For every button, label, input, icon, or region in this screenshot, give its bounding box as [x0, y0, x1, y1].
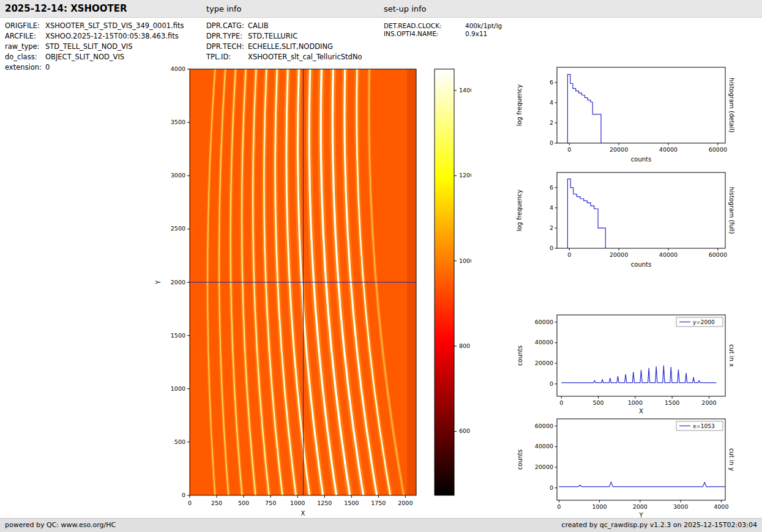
x-tick-label: 0 [559, 399, 563, 406]
legend-label: x=1053 [693, 423, 715, 429]
metadata-value: 0 [45, 63, 50, 72]
colorbar-tick-label: 1400 [459, 87, 471, 94]
cut-in-x-plot: 05001000150020000200004000060000Xcountsc… [514, 308, 762, 424]
colorbar-tick-label: 800 [459, 342, 470, 349]
y-tick-label: 20000 [535, 360, 553, 366]
metadata-label: raw_type: [5, 42, 45, 52]
y-tick-label: 2 [550, 119, 553, 126]
y-tick-label: 6 [550, 79, 553, 86]
metadata-row: DPR.TYPE:STD,TELLURIC [206, 31, 362, 42]
y-axis-label: counts [517, 449, 523, 470]
y-tick-label: 0 [550, 245, 553, 251]
x-tick-label: 0 [567, 251, 571, 258]
setup-info-block: DET.READ.CLOCK:400k/1pt/lg INS.OPTI4.NAM… [384, 22, 502, 38]
metadata-label: extension: [5, 62, 45, 73]
metadata-label: ORIGFILE: [5, 21, 45, 31]
y-tick-label: 3000 [171, 172, 185, 179]
metadata-value: ECHELLE,SLIT,NODDING [248, 42, 333, 51]
y-tick-label: 4 [550, 99, 553, 106]
y-tick-label: 20000 [535, 464, 553, 470]
x-tick-label: 1000 [628, 399, 643, 406]
x-axis-label: counts [631, 156, 651, 163]
plot-background [557, 419, 725, 500]
metadata-label: DET.READ.CLOCK: [384, 22, 465, 30]
x-tick-label: 40000 [659, 146, 678, 153]
metadata-row: ORIGFILE:XSHOOTER_SLT_STD_VIS_349_0001.f… [5, 21, 184, 31]
plot-background [557, 67, 725, 143]
metadata-label: do_class: [5, 52, 45, 62]
y-tick-label: 40000 [535, 443, 553, 449]
x-tick-label: 40000 [659, 251, 678, 258]
footer-created-by: created by qc_rawdisp.py v1.2.3 on 2025-… [561, 519, 757, 531]
x-tick-label: 20000 [610, 251, 628, 258]
y-tick-label: 2 [550, 224, 553, 231]
y-axis-label: log frequency [516, 84, 523, 127]
y-axis-label: Y [155, 280, 162, 285]
y-tick-label: 60000 [535, 319, 553, 325]
y-tick-label: 500 [174, 438, 185, 445]
header-bar: 2025-12-14: XSHOOTER type info set-up in… [0, 0, 762, 18]
y-tick-label: 2000 [171, 279, 185, 286]
setup-info-heading: set-up info [384, 4, 427, 13]
y-tick-label: 0 [550, 139, 553, 146]
x-tick-label: 500 [238, 500, 249, 506]
x-tick-label: 1750 [371, 500, 386, 506]
metadata-row: raw_type:STD_TELL_SLIT_NOD_VIS [5, 42, 184, 52]
y-tick-label: 2500 [171, 225, 185, 232]
metadata-row: DPR.TECH:ECHELLE,SLIT,NODDING [206, 42, 362, 52]
y-tick-label: 4000 [171, 65, 185, 72]
metadata-value: OBJECT_SLIT_NOD_VIS [45, 53, 124, 61]
metadata-row: DET.READ.CLOCK:400k/1pt/lg [384, 22, 502, 30]
metadata-label: DPR.TECH: [206, 42, 248, 52]
footer-bar: powered by QC: www.eso.org/HC created by… [0, 518, 762, 532]
x-tick-label: 20000 [610, 146, 628, 153]
x-tick-label: 0 [567, 146, 571, 153]
right-side-label: histogram (detail) [728, 78, 735, 133]
x-axis-label: X [301, 510, 305, 517]
y-tick-label: 4 [550, 204, 553, 211]
x-tick-label: 4000 [714, 503, 728, 510]
x-tick-label: 1250 [317, 500, 332, 506]
y-tick-label: 6 [550, 184, 553, 191]
colorbar-tick-label: 1200 [459, 172, 471, 179]
type-info-block: DPR.CATG:CALIB DPR.TYPE:STD,TELLURIC DPR… [206, 21, 362, 62]
y-tick-label: 40000 [535, 339, 553, 345]
y-tick-label: 3500 [171, 119, 185, 125]
metadata-row: INS.OPTI4.NAME:0.9x11 [384, 30, 502, 38]
raw-frame-plot: 0250500750100012501500175020000500100015… [147, 58, 471, 532]
metadata-value: 0.9x11 [465, 30, 487, 37]
metadata-value: 400k/1pt/lg [465, 22, 502, 29]
legend-label: y=2000 [693, 319, 715, 325]
histogram-full-plot: 02000040000600000246countslog frequencyh… [514, 165, 762, 278]
y-tick-label: 1000 [171, 385, 185, 392]
y-tick-label: 60000 [535, 423, 553, 429]
x-tick-label: 2000 [633, 503, 648, 510]
x-tick-label: 500 [592, 399, 603, 406]
x-axis-label: counts [631, 261, 651, 268]
colorbar-tick-label: 1000 [459, 257, 471, 264]
x-tick-label: 0 [188, 500, 192, 506]
x-tick-label: 1000 [592, 503, 607, 510]
y-tick-label: 1500 [171, 332, 185, 339]
y-tick-label: 0 [550, 380, 553, 387]
x-tick-label: 2000 [398, 500, 413, 506]
x-tick-label: 60000 [709, 251, 727, 258]
footer-powered-by: powered by QC: www.eso.org/HC [5, 519, 116, 531]
metadata-value: XSHOOTER_SLT_STD_VIS_349_0001.fits [45, 21, 184, 30]
histogram-detail-plot: 02000040000600000246countslog frequencyh… [514, 60, 762, 173]
x-tick-label: 750 [265, 500, 276, 506]
y-axis-label: log frequency [516, 190, 523, 232]
y-tick-label: 0 [182, 492, 185, 498]
right-side-label: cut in x [728, 344, 735, 367]
colorbar-tick-label: 600 [459, 427, 470, 434]
metadata-row: ARCFILE:XSHOO.2025-12-15T00:05:38.463.fi… [5, 31, 184, 42]
type-info-heading: type info [206, 4, 242, 13]
metadata-value: XSHOO.2025-12-15T00:05:38.463.fits [45, 32, 179, 40]
right-side-label: histogram (full) [728, 187, 735, 234]
x-tick-label: 0 [557, 503, 561, 510]
qc-report-page: 2025-12-14: XSHOOTER type info set-up in… [0, 0, 762, 532]
plot-background [557, 172, 725, 248]
x-tick-label: 1500 [665, 399, 679, 406]
x-tick-label: 60000 [709, 146, 727, 153]
cut-in-y-plot: 010002000300040000200004000060000Ycounts… [514, 412, 762, 528]
